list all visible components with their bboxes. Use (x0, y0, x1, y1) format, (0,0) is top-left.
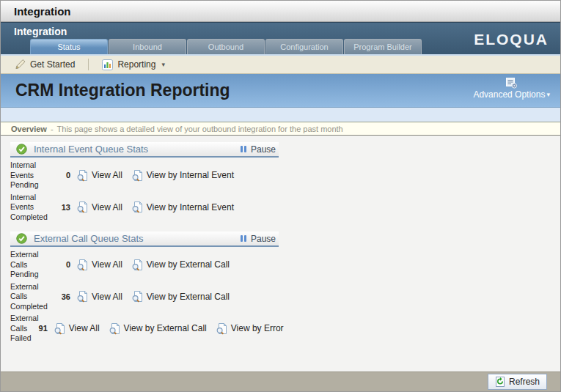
chevron-down-icon: ▾ (546, 91, 550, 98)
view-link[interactable]: View All (76, 259, 122, 271)
view-document-icon (54, 322, 66, 335)
window-title: Integration (14, 5, 71, 18)
pencil-icon (14, 59, 26, 70)
view-document-icon (131, 259, 144, 271)
reporting-label: Reporting (117, 59, 155, 70)
section-title: Internal Event Queue Stats (34, 144, 241, 155)
view-link-label: View All (92, 170, 122, 180)
tab-bar: StatusInboundOutboundConfigurationProgra… (30, 39, 422, 54)
overview-label: Overview (11, 125, 47, 133)
get-started-button[interactable]: Get Started (8, 59, 81, 70)
stat-label: External Calls Pending (10, 250, 50, 280)
view-link-label: View by External Call (124, 323, 207, 333)
stat-links: View All View by External Call View by E… (54, 322, 293, 335)
stat-row: External Calls Failed 91 View All View b… (10, 314, 279, 344)
section-header: External Call Queue Stats Pause (10, 232, 279, 247)
window-titlebar: Integration (1, 1, 560, 22)
view-document-icon (131, 290, 144, 303)
stat-label: External Calls Failed (10, 314, 39, 344)
overview-bar: Overview - This page shows a detailed vi… (1, 122, 560, 136)
view-document-icon (216, 322, 228, 335)
pause-label: Pause (251, 144, 276, 155)
tab-status[interactable]: Status (30, 39, 108, 54)
chevron-down-icon: ▾ (161, 61, 165, 68)
tab-configuration[interactable]: Configuration (265, 39, 343, 54)
view-link[interactable]: View All (76, 201, 122, 213)
tab-inbound[interactable]: Inbound (109, 39, 186, 54)
pause-label: Pause (251, 234, 276, 244)
page-title: CRM Integration Reporting (15, 81, 230, 100)
advanced-options-icon (505, 77, 518, 89)
view-document-icon (76, 201, 89, 213)
toolbar-separator (88, 59, 89, 70)
view-link[interactable]: View by External Call (109, 322, 207, 335)
stat-value: 91 (39, 324, 48, 333)
bar-chart-icon (102, 59, 113, 70)
advanced-options-button[interactable]: Advanced Options ▾ (473, 77, 550, 100)
pause-icon (241, 146, 246, 152)
status-ok-icon (16, 144, 27, 155)
stat-label: Internal Events Completed (10, 193, 50, 223)
overview-description: This page shows a detailed view of your … (57, 125, 343, 133)
section-rows: External Calls Pending 0 View All View b… (10, 247, 279, 344)
view-link[interactable]: View by Internal Event (131, 201, 234, 213)
view-document-icon (109, 322, 121, 335)
view-link-label: View by Internal Event (147, 170, 234, 180)
eloqua-logo: ELOQUA (474, 31, 549, 48)
stat-links: View All View by External Call (76, 290, 238, 303)
pause-button[interactable]: Pause (241, 234, 276, 244)
stat-label: External Calls Completed (10, 282, 50, 312)
view-link[interactable]: View by Internal Event (131, 169, 234, 182)
view-link-label: View All (92, 202, 122, 212)
stat-value: 0 (50, 171, 70, 180)
refresh-label: Refresh (509, 377, 540, 387)
pause-button[interactable]: Pause (241, 144, 276, 155)
overview-separator: - (51, 125, 54, 133)
view-link-label: View by External Call (147, 259, 230, 270)
view-document-icon (131, 169, 144, 182)
refresh-icon (495, 377, 505, 387)
stat-links: View All View by Internal Event (76, 169, 243, 182)
stat-value: 36 (50, 292, 70, 301)
refresh-button[interactable]: Refresh (488, 374, 547, 390)
app-window: Integration Integration ELOQUA StatusInb… (0, 0, 561, 392)
stat-row: External Calls Completed 36 View All Vie… (10, 282, 279, 312)
view-link[interactable]: View All (76, 169, 122, 182)
advanced-options-label: Advanced Options (473, 89, 545, 100)
view-link[interactable]: View All (76, 290, 122, 303)
section-header: Internal Event Queue Stats Pause (10, 142, 279, 158)
stat-links: View All View by Internal Event (76, 201, 243, 213)
view-link[interactable]: View by External Call (131, 259, 230, 271)
view-link[interactable]: View by Error (216, 322, 284, 335)
view-link-label: View by Internal Event (147, 202, 234, 212)
view-document-icon (76, 259, 89, 271)
view-link-label: View All (92, 292, 122, 302)
navbar: Integration ELOQUA StatusInboundOutbound… (1, 22, 560, 56)
pause-icon (241, 235, 246, 242)
tab-program-builder[interactable]: Program Builder (344, 39, 422, 54)
stat-row: External Calls Pending 0 View All View b… (10, 250, 279, 280)
stats-section: Internal Event Queue Stats Pause Interna… (10, 142, 279, 222)
page-banner: CRM Integration Reporting Advanced Optio… (1, 74, 560, 108)
view-link-label: View All (69, 323, 100, 333)
reporting-menu[interactable]: Reporting ▾ (96, 59, 171, 70)
section-rows: Internal Events Pending 0 View All View … (10, 158, 279, 222)
get-started-label: Get Started (30, 59, 75, 70)
sub-banner-strip (1, 108, 560, 122)
view-link[interactable]: View by External Call (131, 290, 230, 303)
footer-bar: Refresh (1, 371, 560, 391)
toolbar: Get Started Reporting ▾ (1, 56, 560, 74)
tab-outbound[interactable]: Outbound (187, 39, 265, 54)
status-ok-icon (16, 233, 27, 244)
view-document-icon (76, 290, 89, 303)
stat-value: 0 (50, 260, 70, 269)
stat-label: Internal Events Pending (10, 160, 50, 191)
stat-links: View All View by External Call (76, 259, 238, 271)
stats-section: External Call Queue Stats Pause External… (10, 232, 279, 344)
stat-row: Internal Events Pending 0 View All View … (10, 160, 279, 191)
view-link-label: View by External Call (147, 292, 230, 302)
view-document-icon (76, 169, 89, 182)
view-link[interactable]: View All (54, 322, 100, 335)
view-document-icon (131, 201, 144, 213)
stat-value: 13 (50, 203, 70, 212)
